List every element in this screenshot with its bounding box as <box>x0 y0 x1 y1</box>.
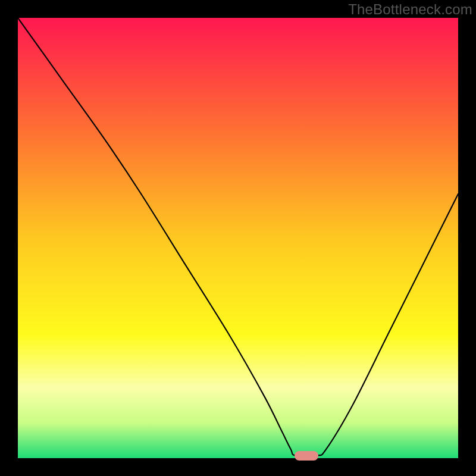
watermark-text: TheBottleneck.com <box>348 1 472 18</box>
plot-area <box>18 18 458 458</box>
chart-svg <box>18 18 458 458</box>
gradient-bg <box>18 18 458 458</box>
chart-frame: TheBottleneck.com <box>0 0 476 476</box>
optimal-marker <box>295 451 318 461</box>
